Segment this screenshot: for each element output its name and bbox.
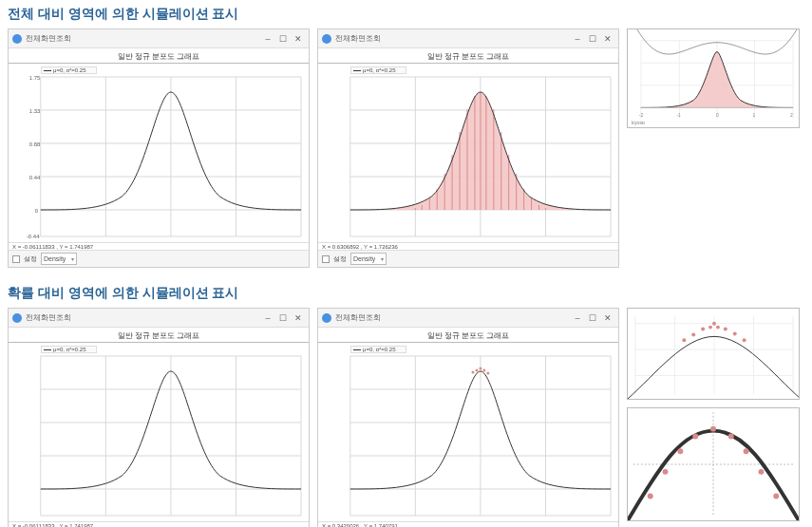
coord-readout: X = -0.06111833 , Y = 1.741987 bbox=[9, 242, 309, 250]
svg-text:-2: -2 bbox=[639, 113, 644, 118]
side-column-1: -2 -1 0 1 2 kiystat bbox=[627, 28, 800, 268]
svg-point-87 bbox=[482, 369, 485, 372]
minimize-button[interactable]: – bbox=[261, 311, 274, 325]
row-2: 전체화면조회 – ☐ ✕ 일반 정규 분포도 그래프 μ=0, σ²=0.25 bbox=[8, 308, 804, 527]
plot-svg bbox=[9, 343, 309, 521]
app-window-1: 전체화면조회 – ☐ ✕ 일반 정규 분포도 그래프 μ=0, σ²=0.25 bbox=[8, 28, 310, 268]
svg-point-105 bbox=[743, 338, 746, 342]
svg-point-111 bbox=[677, 448, 683, 454]
chart-title: 일반 정규 분포도 그래프 bbox=[318, 328, 618, 343]
plot-svg bbox=[318, 343, 618, 521]
status-bar: 설정 Density ▾ bbox=[318, 250, 618, 267]
close-button[interactable]: ✕ bbox=[292, 311, 305, 325]
window-title: 전체화면조회 bbox=[335, 33, 381, 44]
svg-text:-1: -1 bbox=[676, 113, 681, 118]
chart-area: μ=0, σ²=0.25 bbox=[9, 343, 309, 521]
titlebar: 전체화면조회 – ☐ ✕ bbox=[9, 29, 309, 48]
svg-point-116 bbox=[758, 469, 764, 475]
svg-point-99 bbox=[691, 332, 695, 336]
chart-title: 일반 정규 분포도 그래프 bbox=[9, 328, 309, 343]
dropdown-arrow-icon: ▾ bbox=[381, 255, 384, 262]
svg-point-117 bbox=[773, 493, 779, 499]
maximize-button[interactable]: ☐ bbox=[586, 32, 599, 46]
close-button[interactable]: ✕ bbox=[601, 32, 614, 46]
preview-peak-dots bbox=[627, 308, 800, 400]
chart-area: μ=0, σ²=0.25 1.75 1.33 0.88 0.44 0 -0.44 bbox=[9, 64, 309, 242]
app-icon bbox=[12, 34, 22, 44]
svg-text:0.44: 0.44 bbox=[29, 175, 41, 180]
coord-readout: X = 0.3420026 , Y = 1.740791 bbox=[318, 521, 618, 527]
dropdown-arrow-icon: ▾ bbox=[71, 255, 74, 262]
svg-point-112 bbox=[692, 434, 698, 440]
titlebar: 전체화면조회 – ☐ ✕ bbox=[9, 309, 309, 328]
close-button[interactable]: ✕ bbox=[601, 311, 614, 325]
svg-point-103 bbox=[724, 328, 727, 331]
svg-point-88 bbox=[471, 371, 474, 374]
svg-point-85 bbox=[475, 369, 478, 372]
titlebar: 전체화면조회 – ☐ ✕ bbox=[318, 29, 618, 48]
svg-point-100 bbox=[701, 328, 705, 331]
chart-area: μ=0, σ²=0.25 bbox=[318, 343, 618, 521]
dropdown-value: Density bbox=[353, 255, 375, 262]
section-title-full: 전체 대비 영역에 의한 시뮬레이션 표시 bbox=[8, 6, 804, 23]
plot-svg bbox=[318, 64, 618, 242]
svg-point-104 bbox=[733, 331, 737, 335]
svg-text:2: 2 bbox=[790, 113, 793, 118]
density-dropdown[interactable]: Density ▾ bbox=[41, 253, 77, 265]
app-window-4: 전체화면조회 – ☐ ✕ 일반 정규 분포도 그래프 μ=0, σ²=0.25 bbox=[317, 308, 619, 527]
svg-point-89 bbox=[486, 372, 489, 375]
coord-readout: X = 0.6306892 , Y = 1.726236 bbox=[318, 242, 618, 250]
status-bar: 설정 Density ▾ bbox=[9, 250, 309, 267]
svg-point-110 bbox=[663, 469, 669, 475]
app-icon bbox=[12, 313, 22, 323]
window-title: 전체화면조회 bbox=[335, 312, 381, 323]
app-icon bbox=[322, 34, 331, 44]
app-icon bbox=[322, 313, 331, 323]
preview-thick-arc bbox=[627, 407, 800, 521]
window-title: 전체화면조회 bbox=[26, 312, 71, 323]
settings-checkbox[interactable] bbox=[322, 255, 330, 263]
svg-text:-0.44: -0.44 bbox=[27, 234, 40, 239]
svg-point-101 bbox=[708, 326, 712, 329]
app-window-2: 전체화면조회 – ☐ ✕ 일반 정규 분포도 그래프 μ=0, σ²=0.25 bbox=[317, 28, 619, 268]
maximize-button[interactable]: ☐ bbox=[276, 32, 290, 46]
svg-point-114 bbox=[728, 434, 734, 440]
plot-svg: 1.75 1.33 0.88 0.44 0 -0.44 bbox=[9, 64, 309, 242]
titlebar: 전체화면조회 – ☐ ✕ bbox=[318, 309, 618, 328]
svg-point-106 bbox=[712, 322, 716, 326]
minimize-button[interactable]: – bbox=[571, 32, 584, 46]
svg-point-109 bbox=[648, 493, 653, 499]
svg-text:0.88: 0.88 bbox=[29, 141, 41, 147]
settings-label: 설정 bbox=[24, 254, 37, 264]
chart-area: μ=0, σ²=0.25 bbox=[318, 64, 618, 242]
svg-point-102 bbox=[716, 326, 720, 329]
minimize-button[interactable]: – bbox=[261, 32, 274, 46]
app-window-3: 전체화면조회 – ☐ ✕ 일반 정규 분포도 그래프 μ=0, σ²=0.25 bbox=[8, 308, 310, 527]
density-dropdown[interactable]: Density ▾ bbox=[350, 253, 387, 265]
minimize-button[interactable]: – bbox=[571, 311, 584, 325]
side-column-2 bbox=[627, 308, 800, 527]
maximize-button[interactable]: ☐ bbox=[586, 311, 599, 325]
settings-label: 설정 bbox=[333, 254, 347, 264]
window-title: 전체화면조회 bbox=[26, 33, 71, 44]
svg-text:kiystat: kiystat bbox=[632, 121, 646, 125]
svg-text:1.33: 1.33 bbox=[29, 108, 41, 114]
svg-point-86 bbox=[479, 367, 482, 370]
svg-point-113 bbox=[710, 426, 716, 432]
chart-title: 일반 정규 분포도 그래프 bbox=[318, 48, 618, 64]
section-title-prob: 확률 대비 영역에 의한 시뮬레이션 표시 bbox=[8, 285, 804, 302]
maximize-button[interactable]: ☐ bbox=[276, 311, 290, 325]
preview-fill-full: -2 -1 0 1 2 kiystat bbox=[627, 28, 800, 128]
close-button[interactable]: ✕ bbox=[292, 32, 305, 46]
dropdown-value: Density bbox=[44, 255, 66, 262]
chart-title: 일반 정규 분포도 그래프 bbox=[9, 48, 309, 64]
svg-text:1.75: 1.75 bbox=[29, 75, 41, 81]
coord-readout: X = -0.06111833 , Y = 1.741987 bbox=[9, 521, 309, 527]
svg-text:1: 1 bbox=[753, 113, 756, 118]
svg-point-98 bbox=[682, 338, 686, 342]
svg-point-115 bbox=[744, 448, 749, 454]
row-1: 전체화면조회 – ☐ ✕ 일반 정규 분포도 그래프 μ=0, σ²=0.25 bbox=[8, 28, 804, 268]
svg-text:0: 0 bbox=[716, 113, 719, 118]
svg-text:0: 0 bbox=[35, 208, 39, 214]
settings-checkbox[interactable] bbox=[12, 255, 20, 263]
